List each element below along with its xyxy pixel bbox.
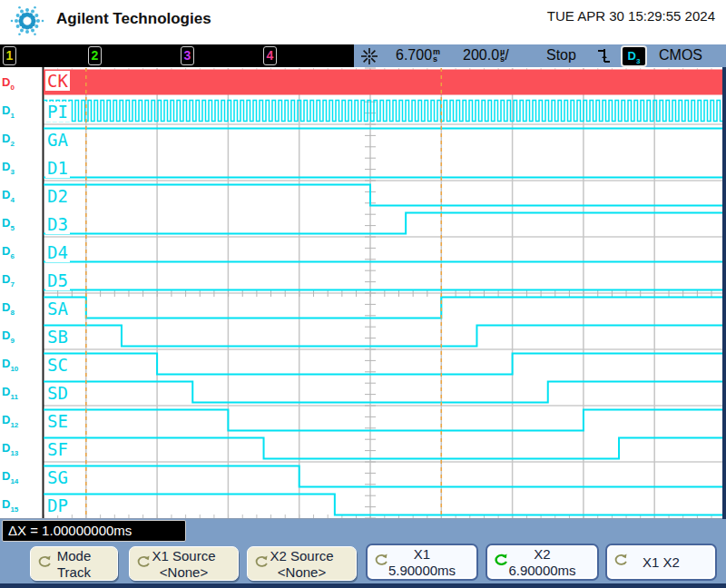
plot-right-border [722, 67, 726, 519]
signal-label-sc: SC [45, 355, 70, 375]
signal-label-dp: DP [45, 495, 70, 515]
digital-channel-badge-d14[interactable]: D14 [2, 469, 18, 485]
digital-channel-badge-d12[interactable]: D12 [2, 413, 18, 429]
acquisition-state: Stop [546, 47, 576, 64]
rotary-knob-icon [494, 553, 509, 568]
digital-channel-badge-d2[interactable]: D2 [2, 132, 15, 148]
acquisition-icon [360, 47, 378, 65]
digital-channel-badge-d3[interactable]: D3 [2, 160, 15, 176]
signal-label-sg: SG [45, 467, 70, 487]
softkey-x1-source[interactable]: X1 Source<None> [129, 546, 239, 581]
digital-channel-badge-d0[interactable]: D0 [2, 75, 15, 92]
digital-channel-badge-d9[interactable]: D9 [2, 328, 15, 345]
agilent-logo-icon [7, 2, 49, 42]
delta-x-readout: ΔX = 1.00000000ms [2, 520, 186, 542]
signal-label-sb: SB [45, 327, 70, 347]
softkey-mode[interactable]: ModeTrack [30, 546, 118, 581]
timebase-readout: 200.0µs/ [463, 47, 509, 64]
softkey-bar: ΔX = 1.00000000ms ModeTrackX1 Source<Non… [0, 519, 726, 588]
trigger-source-badge[interactable]: D3 [621, 45, 647, 67]
signal-label-se: SE [45, 411, 70, 431]
rotary-knob-icon [37, 554, 53, 570]
signal-label-ck: CK [45, 71, 70, 91]
signal-label-sa: SA [45, 299, 70, 318]
datetime-text: TUE APR 30 15:29:55 2024 [547, 8, 715, 24]
channel-4-badge[interactable]: 4 [263, 46, 277, 65]
signal-label-ga: GA [45, 130, 70, 150]
waveform-plot: D0CKD1PID2GAD3D1D4D2D5D3D6D4D7D5D8SAD9SB… [0, 67, 726, 519]
digital-channel-badge-d8[interactable]: D8 [2, 300, 15, 317]
channel-2-badge[interactable]: 2 [88, 46, 102, 65]
logic-family-label: CMOS [659, 47, 702, 64]
signal-label-d5: D5 [45, 270, 70, 290]
digital-channel-badge-d4[interactable]: D4 [2, 188, 15, 204]
rotary-knob-icon [374, 553, 389, 568]
signal-label-sf: SF [45, 439, 70, 459]
rotary-knob-icon [613, 553, 629, 568]
signal-label-d4: D4 [45, 242, 70, 262]
rotary-knob-icon [136, 554, 152, 570]
waveform-canvas [0, 67, 726, 519]
digital-channel-badge-d13[interactable]: D13 [2, 441, 18, 457]
brand-text: Agilent Technologies [56, 10, 211, 28]
trigger-edge-icon [595, 47, 612, 64]
signal-label-d2: D2 [45, 186, 70, 206]
digital-channel-badge-d1[interactable]: D1 [2, 103, 15, 120]
softkey-x1[interactable]: X15.90000ms [366, 544, 478, 581]
signal-label-pi: PI [45, 102, 70, 122]
signal-label-d1: D1 [45, 158, 70, 178]
digital-channel-badge-d11[interactable]: D11 [2, 385, 18, 401]
digital-channel-badge-d7[interactable]: D7 [2, 272, 15, 289]
rotary-knob-icon [254, 554, 270, 570]
analog-channel-bar: 1234 [0, 44, 354, 67]
digital-channel-badge-d6[interactable]: D6 [2, 244, 15, 260]
channel-3-badge[interactable]: 3 [181, 46, 194, 65]
signal-label-d3: D3 [45, 214, 70, 234]
digital-channel-badge-d15[interactable]: D15 [2, 497, 18, 514]
channel-1-badge[interactable]: 1 [3, 46, 16, 65]
signal-label-sd: SD [45, 383, 70, 403]
softkey-x1-x2[interactable]: X1 X2 [605, 544, 717, 581]
softkey-x2[interactable]: X26.90000ms [486, 544, 599, 581]
digital-channel-badge-d10[interactable]: D10 [2, 357, 18, 373]
time-offset-readout: 6.700ms [396, 47, 440, 64]
softkey-x2-source[interactable]: X2 Source<None> [247, 546, 357, 581]
status-bar: 1234 6.700ms 200.0µs/ Stop D3 CMOS [0, 44, 726, 67]
digital-channel-badge-d5[interactable]: D5 [2, 216, 15, 232]
title-bar: Agilent Technologies TUE APR 30 15:29:55… [0, 0, 726, 44]
